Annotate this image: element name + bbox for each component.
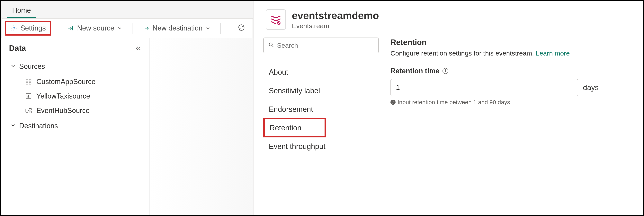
retention-time-input[interactable] [390, 79, 578, 96]
toolbar-divider [220, 23, 221, 34]
svg-rect-4 [29, 82, 31, 84]
collapse-sidebar-button[interactable] [135, 45, 142, 52]
gear-icon [10, 24, 18, 32]
chevron-down-icon [10, 62, 16, 71]
nav-retention[interactable]: Retention [263, 119, 379, 137]
svg-rect-1 [26, 79, 28, 81]
destinations-group-header[interactable]: Destinations [5, 118, 146, 134]
destination-icon [142, 24, 150, 32]
ribbon-tabs: Home [1, 1, 254, 18]
nav-about[interactable]: About [263, 63, 379, 81]
destinations-label: Destinations [19, 122, 58, 130]
info-icon[interactable]: i [442, 68, 448, 74]
section-description-text: Configure retention settings for this ev… [390, 49, 536, 57]
svg-rect-2 [29, 79, 31, 81]
nav-throughput[interactable]: Event throughput [263, 137, 379, 156]
settings-button[interactable]: Settings [5, 21, 51, 35]
search-icon [268, 42, 274, 49]
source-icon [67, 24, 74, 32]
svg-rect-6 [26, 109, 28, 112]
retention-unit-label: days [583, 83, 598, 92]
learn-more-link[interactable]: Learn more [536, 49, 570, 57]
new-source-button[interactable]: New source [63, 21, 126, 35]
canvas-area[interactable] [150, 38, 254, 215]
svg-rect-8 [29, 111, 31, 113]
chevron-down-icon [117, 25, 122, 31]
svg-rect-3 [26, 82, 28, 84]
retention-hint-text: Input retention time between 1 and 90 da… [398, 99, 510, 106]
sources-label: Sources [19, 62, 45, 71]
svg-rect-7 [29, 108, 31, 110]
settings-button-label: Settings [20, 24, 46, 32]
sidebar-title: Data [9, 44, 26, 53]
entity-type-label: Eventstream [292, 22, 379, 30]
info-badge-icon: i [390, 100, 396, 105]
chevron-double-left-icon [135, 45, 142, 52]
new-destination-button[interactable]: New destination [138, 21, 214, 35]
section-heading: Retention [390, 38, 634, 47]
nav-sensitivity[interactable]: Sensitivity label [263, 81, 379, 100]
svg-point-0 [13, 27, 15, 29]
svg-point-10 [269, 43, 272, 46]
source-item-label: YellowTaxisource [36, 92, 90, 100]
sources-group-header[interactable]: Sources [5, 58, 146, 74]
source-item-yellowtaxi[interactable]: YellowTaxisource [5, 89, 146, 103]
entity-title: eventstreamdemo [292, 9, 379, 21]
refresh-icon [238, 26, 245, 32]
source-item-label: EventHubSource [36, 107, 90, 115]
tab-home[interactable]: Home [7, 3, 36, 18]
eventstream-type-icon [266, 9, 286, 30]
new-destination-label: New destination [152, 24, 202, 32]
refresh-button[interactable] [236, 21, 250, 35]
section-description: Configure retention settings for this ev… [390, 49, 634, 57]
toolbar-divider [132, 23, 132, 34]
nav-endorsement[interactable]: Endorsement [263, 100, 379, 119]
nav-retention-label: Retention [270, 124, 302, 132]
app-grid-icon [25, 78, 32, 86]
data-sidebar: Data Sources [1, 38, 150, 215]
eventhub-icon [25, 107, 32, 115]
settings-search-input[interactable] [277, 42, 374, 49]
source-item-customapp[interactable]: CustomAppSource [5, 74, 146, 89]
source-item-eventhub[interactable]: EventHubSource [5, 103, 146, 118]
toolbar: Settings New source [2, 18, 253, 38]
settings-pane: eventstreamdemo Eventstream About Sensit… [254, 1, 643, 215]
sample-data-icon [25, 92, 32, 100]
chevron-down-icon [10, 122, 16, 130]
retention-hint: i Input retention time between 1 and 90 … [390, 99, 634, 106]
new-source-label: New source [77, 24, 114, 32]
retention-time-label: Retention time [390, 67, 440, 75]
chevron-down-icon [205, 25, 211, 31]
settings-search[interactable] [263, 37, 379, 53]
source-item-label: CustomAppSource [36, 78, 96, 86]
